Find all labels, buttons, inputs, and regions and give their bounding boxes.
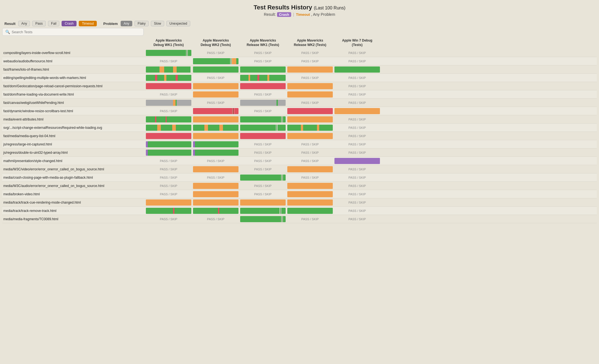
- cell: [192, 124, 239, 132]
- cell: PASS / SKIP: [334, 174, 381, 181]
- test-name: fast/frames/lots-of-iframes.html: [2, 67, 145, 72]
- cell: [145, 74, 192, 82]
- cell: PASS / SKIP: [286, 57, 334, 65]
- test-name: compositing/layers-inside-overflow-scrol…: [2, 50, 145, 56]
- test-name: mathml/presentation/style-changed.html: [2, 158, 145, 164]
- cell: [192, 140, 239, 148]
- cell: PASS / SKIP: [145, 174, 192, 181]
- table-row: media/broken-video.html PASS / SKIP PASS…: [2, 190, 597, 198]
- cell: [334, 157, 381, 165]
- cell: PASS / SKIP: [286, 99, 334, 107]
- cell: [145, 199, 192, 206]
- cell: PASS / SKIP: [334, 49, 381, 57]
- cell: [145, 132, 192, 140]
- cell: PASS / SKIP: [192, 74, 239, 82]
- cell: PASS / SKIP: [145, 157, 192, 165]
- cell: PASS / SKIP: [145, 215, 192, 223]
- filter-pass[interactable]: Pass: [32, 21, 46, 26]
- cell: [286, 165, 334, 173]
- cell: PASS / SKIP: [286, 149, 334, 157]
- table-row: media/event-attributes.html: [2, 115, 597, 124]
- main-content: 🔍 Apple MavericksDebug WK1 (Tests) Apple…: [0, 28, 599, 223]
- timeout-badge: Timeout: [296, 12, 310, 17]
- table-row: fast/dom/frame-loading-via-document-writ…: [2, 90, 597, 99]
- filter-problem-flaky[interactable]: Flaky: [134, 21, 149, 26]
- problem-filter-label: Problem: [103, 22, 118, 26]
- cell: PASS / SKIP: [145, 165, 192, 173]
- filter-problem-slow[interactable]: Slow: [151, 21, 164, 26]
- table-row: compositing/layers-inside-overflow-scrol…: [2, 49, 597, 57]
- cell: PASS / SKIP: [239, 149, 286, 157]
- cell: PASS / SKIP: [286, 74, 334, 82]
- cell: [239, 215, 286, 223]
- cell: PASS / SKIP: [192, 49, 239, 57]
- cell: PASS / SKIP: [239, 49, 286, 57]
- cell: PASS / SKIP: [334, 190, 381, 198]
- cell: PASS / SKIP: [334, 182, 381, 190]
- table-row: fast/media/media-query-list-04.html: [2, 132, 597, 140]
- cell: [192, 57, 239, 65]
- cell: [192, 149, 239, 157]
- cell: [239, 66, 286, 73]
- cell: [239, 207, 286, 215]
- filter-any[interactable]: Any: [18, 21, 30, 26]
- cell: [239, 124, 286, 132]
- table-row: media/crash-closing-page-with-media-as-p…: [2, 173, 597, 182]
- cell: [145, 149, 192, 157]
- cell: [334, 66, 381, 73]
- cell: [286, 190, 334, 198]
- cell: PASS / SKIP: [334, 124, 381, 132]
- cell: PASS / SKIP: [239, 140, 286, 148]
- test-name: webaudio/audiobuffersource.html: [2, 58, 145, 64]
- filter-problem-unexpected[interactable]: Unexpected: [166, 21, 190, 26]
- test-name: fast/dom/frame-loading-via-document-writ…: [2, 92, 145, 97]
- table-row: media/W3C/audio/error/error_onerror_call…: [2, 182, 597, 190]
- table-row: fast/canvas/webgl/useWhilePending.html P…: [2, 99, 597, 107]
- cell: PASS / SKIP: [334, 215, 381, 223]
- cell: PASS / SKIP: [145, 57, 192, 65]
- test-name: fast/canvas/webgl/useWhilePending.html: [2, 100, 145, 106]
- cell: [145, 82, 192, 90]
- col-win7-dbg: Apple Win 7 Debug(Tests): [334, 37, 381, 48]
- cell: [192, 91, 239, 98]
- search-bar[interactable]: 🔍: [2, 28, 144, 36]
- cell: [145, 207, 192, 215]
- search-input[interactable]: [12, 30, 141, 34]
- table-row: fast/dynamic/window-resize-scrollbars-te…: [2, 107, 597, 115]
- table-row: media/track/track-cue-rendering-mode-cha…: [2, 198, 597, 207]
- table-row: media/track/track-remove-track.html: [2, 207, 597, 215]
- test-name: fast/media/media-query-list-04.html: [2, 133, 145, 139]
- filter-fail[interactable]: Fail: [48, 21, 59, 26]
- cell: [192, 199, 239, 206]
- cell: [192, 207, 239, 215]
- cell: PASS / SKIP: [145, 190, 192, 198]
- filter-crash[interactable]: Crash: [62, 21, 77, 26]
- table-row: webaudio/audiobuffersource.html PASS / S…: [2, 57, 597, 65]
- col-mav-rel-wk2: Apple MavericksRelease WK2 (Tests): [286, 37, 334, 48]
- cell: PASS / SKIP: [334, 165, 381, 173]
- cell: [286, 82, 334, 90]
- test-name: media/W3C/video/error/error_onerror_call…: [2, 166, 145, 172]
- cell: [239, 199, 286, 206]
- cell: PASS / SKIP: [192, 174, 239, 181]
- filter-problem-any[interactable]: Any: [121, 21, 133, 26]
- cell: [286, 207, 334, 215]
- table-row: editing/spelling/editing-multiple-words-…: [2, 74, 597, 82]
- cell: PASS / SKIP: [334, 57, 381, 65]
- cell: [286, 116, 334, 123]
- filter-timeout[interactable]: Timeout: [79, 21, 97, 26]
- cell: PASS / SKIP: [192, 99, 239, 107]
- cell: [286, 182, 334, 190]
- test-name: media/media-fragments/TC0089.html: [2, 216, 145, 222]
- cell: [192, 116, 239, 123]
- test-name: fast/dynamic/window-resize-scrollbars-te…: [2, 108, 145, 114]
- cell: [239, 132, 286, 140]
- test-name: media/track/track-remove-track.html: [2, 208, 145, 214]
- cell: PASS / SKIP: [286, 49, 334, 57]
- test-name: editing/spelling/editing-multiple-words-…: [2, 75, 145, 81]
- cell: [192, 82, 239, 90]
- page-title: Test Results History (Last 100 Runs): [6, 4, 593, 11]
- test-name: media/broken-video.html: [2, 191, 145, 197]
- table-row: fast/frames/lots-of-iframes.html: [2, 65, 597, 74]
- cell: [145, 49, 192, 57]
